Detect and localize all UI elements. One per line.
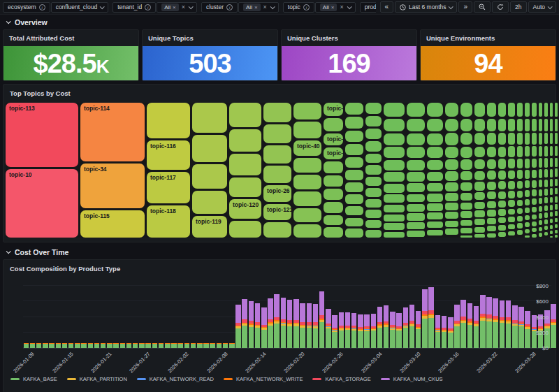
treemap-cell[interactable]: topic-40	[293, 140, 321, 156]
treemap-cell[interactable]	[427, 133, 443, 145]
treemap-cell[interactable]	[498, 201, 506, 208]
treemap-cell[interactable]	[460, 103, 472, 117]
treemap-cell[interactable]	[525, 190, 530, 197]
treemap-cell[interactable]	[487, 119, 496, 131]
treemap-cell[interactable]	[517, 200, 523, 207]
treemap-cell[interactable]	[550, 225, 553, 229]
treemap-cell[interactable]: topic-1	[324, 103, 343, 116]
treemap-cell[interactable]	[532, 215, 536, 220]
treemap-cell[interactable]	[555, 146, 558, 157]
bar[interactable]	[242, 299, 247, 348]
treemap-cell[interactable]	[555, 168, 558, 177]
treemap-cell[interactable]	[550, 133, 553, 144]
bar[interactable]	[88, 343, 94, 348]
treemap-cell[interactable]	[498, 119, 506, 131]
treemap-cell[interactable]: topic-116	[147, 140, 190, 170]
treemap-cell[interactable]	[427, 194, 443, 202]
treemap-cell[interactable]	[345, 144, 363, 154]
treemap-cell[interactable]	[539, 146, 542, 157]
bar[interactable]	[403, 307, 409, 348]
treemap-cell[interactable]	[460, 235, 472, 238]
bar[interactable]	[313, 304, 319, 348]
treemap-cell[interactable]	[498, 191, 506, 199]
bar[interactable]	[255, 303, 261, 348]
treemap-cell[interactable]	[345, 228, 363, 238]
treemap-cell[interactable]	[532, 180, 536, 188]
treemap-cell[interactable]	[544, 189, 548, 196]
treemap-cell[interactable]	[293, 191, 321, 205]
treemap-cell[interactable]	[487, 210, 496, 216]
treemap-cell[interactable]	[525, 133, 530, 145]
bar[interactable]	[113, 343, 119, 348]
treemap-cell[interactable]	[407, 231, 425, 237]
treemap-cell[interactable]	[293, 122, 321, 138]
time-range-picker[interactable]: Last 6 months	[395, 1, 457, 13]
treemap-cell[interactable]	[532, 170, 536, 178]
selected-chip[interactable]: All×	[243, 3, 261, 11]
bar[interactable]	[101, 343, 106, 348]
treemap-cell[interactable]	[532, 222, 536, 226]
selected-chip[interactable]: All×	[320, 3, 337, 11]
treemap-cell[interactable]	[498, 133, 506, 145]
treemap-cell[interactable]	[487, 226, 496, 231]
bar[interactable]	[217, 343, 222, 348]
section-header-overview[interactable]: Overview	[0, 15, 559, 29]
legend-item-kafka_num_ckus[interactable]: KAFKA_NUM_CKUS	[381, 376, 443, 382]
bar[interactable]	[300, 303, 305, 348]
bar[interactable]	[197, 343, 203, 348]
treemap-cell[interactable]	[384, 215, 405, 222]
treemap-cell[interactable]	[474, 119, 485, 131]
treemap-cell[interactable]	[445, 182, 459, 191]
bar[interactable]	[428, 287, 434, 348]
treemap-cell[interactable]	[407, 194, 425, 203]
treemap-cell[interactable]	[550, 188, 553, 195]
treemap-cell[interactable]	[550, 146, 553, 157]
treemap-cell[interactable]	[427, 230, 443, 236]
treemap-cell[interactable]	[498, 209, 506, 215]
treemap-cell[interactable]	[517, 103, 523, 117]
treemap-cell[interactable]	[508, 181, 515, 189]
treemap-cell[interactable]	[293, 224, 321, 238]
filter-value-ecosystem[interactable]: confluent_cloud	[51, 2, 109, 13]
treemap-cell[interactable]	[427, 160, 443, 170]
bar[interactable]	[371, 314, 377, 348]
treemap-cell[interactable]	[539, 180, 542, 187]
treemap-cell[interactable]	[525, 146, 530, 157]
bar[interactable]	[24, 343, 29, 348]
treemap-cell[interactable]	[508, 217, 515, 222]
treemap-cell[interactable]	[487, 147, 496, 157]
treemap-cell[interactable]	[384, 103, 405, 117]
treemap-cell[interactable]	[365, 210, 382, 218]
treemap-cell[interactable]	[555, 196, 558, 203]
bar[interactable]	[409, 305, 415, 348]
treemap-cell[interactable]	[487, 191, 496, 199]
treemap-cell[interactable]	[508, 209, 515, 215]
bar[interactable]	[171, 343, 177, 348]
treemap-cell[interactable]	[555, 188, 558, 195]
bar[interactable]	[351, 313, 357, 348]
treemap-cell[interactable]	[508, 170, 515, 180]
treemap-cell[interactable]	[427, 119, 443, 132]
treemap-cell[interactable]	[544, 212, 548, 217]
treemap-cell[interactable]	[345, 206, 363, 216]
treemap-cell[interactable]	[517, 223, 523, 228]
treemap-cell[interactable]	[544, 226, 548, 230]
bar[interactable]	[390, 312, 395, 348]
treemap-cell[interactable]	[474, 234, 485, 238]
bar[interactable]	[460, 300, 466, 348]
treemap-cell[interactable]	[365, 165, 382, 175]
treemap-cell[interactable]: topic-119	[192, 216, 227, 238]
treemap-cell[interactable]	[384, 147, 405, 158]
legend-item-kafka_network_read[interactable]: KAFKA_NETWORK_READ	[137, 376, 214, 382]
treemap-cell[interactable]	[550, 179, 553, 187]
treemap-cell[interactable]	[525, 119, 530, 131]
legend-item-kafka_partition[interactable]: KAFKA_PARTITION	[67, 376, 127, 382]
bar[interactable]	[191, 343, 196, 348]
treemap-cell[interactable]	[407, 172, 425, 182]
treemap-cell[interactable]	[407, 213, 425, 220]
treemap-cell[interactable]	[555, 204, 558, 210]
treemap-cell[interactable]	[407, 147, 425, 158]
treemap-cell[interactable]	[345, 157, 363, 168]
treemap-cell[interactable]	[544, 169, 548, 177]
bar[interactable]	[435, 315, 441, 348]
